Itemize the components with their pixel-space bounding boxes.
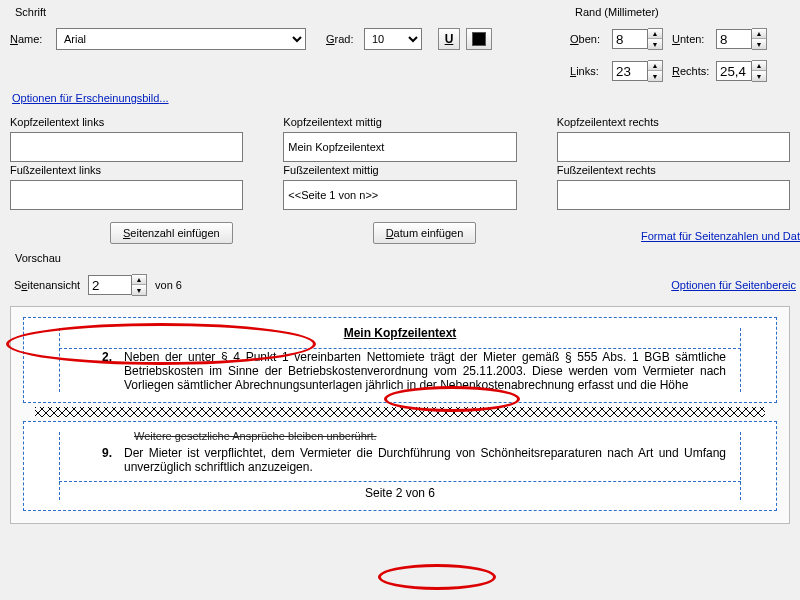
margin-left-spinner[interactable]: ▲▼ <box>612 60 672 82</box>
page-number-format-link[interactable]: Format für Seitenzahlen und Dat <box>641 230 800 242</box>
para-text: Neben der unter § 4 Punkt 1 vereinbarten… <box>124 350 726 392</box>
margin-top-label: Oben: <box>570 33 612 45</box>
margin-bottom-label: Unten: <box>672 33 716 45</box>
page-top-fragment: Mein Kopfzeilentext 2. Neben der unter §… <box>23 317 777 403</box>
footer-center-label: Fußzeilentext mittig <box>283 164 516 176</box>
footer-left-label: Fußzeilentext links <box>10 164 243 176</box>
margin-right-spinner[interactable]: ▲▼ <box>716 60 776 82</box>
footer-left-input[interactable] <box>10 180 243 210</box>
font-name-select[interactable]: Arial <box>56 28 306 50</box>
preview-footer-text: Seite 2 von 6 <box>54 480 746 500</box>
chevron-up-icon[interactable]: ▲ <box>648 29 662 39</box>
pageview-total: von 6 <box>155 279 182 291</box>
para-stub: Weitere gesetzliche Ansprüche bleiben un… <box>134 430 377 442</box>
color-swatch-icon <box>472 32 486 46</box>
font-size-select[interactable]: 10 <box>364 28 422 50</box>
pageview-label: Seitenansicht <box>14 279 80 291</box>
preview-header-text: Mein Kopfzeilentext <box>54 326 746 346</box>
footer-right-label: Fußzeilentext rechts <box>557 164 790 176</box>
pageview-spinner[interactable]: ▲▼ <box>88 274 147 296</box>
para-number: 9. <box>94 446 112 474</box>
para-text: Der Mieter ist verpflichtet, dem Vermiet… <box>124 446 726 474</box>
appearance-options-link[interactable]: Optionen für Erscheinungsbild... <box>12 92 169 104</box>
footer-right-input[interactable] <box>557 180 790 210</box>
margin-bottom-spinner[interactable]: ▲▼ <box>716 28 776 50</box>
annotation-ellipse <box>378 564 496 590</box>
header-center-label: Kopfzeilentext mittig <box>283 116 516 128</box>
footer-center-input[interactable] <box>283 180 516 210</box>
font-color-button[interactable] <box>466 28 492 50</box>
margin-right-label: Rechts: <box>672 65 716 77</box>
preview-group-label: Vorschau <box>12 252 64 264</box>
insert-page-number-button[interactable]: Seitenzahl einfügen <box>110 222 233 244</box>
para-number: 2. <box>94 350 112 392</box>
header-center-input[interactable] <box>283 132 516 162</box>
header-right-label: Kopfzeilentext rechts <box>557 116 790 128</box>
chevron-down-icon[interactable]: ▼ <box>648 39 662 49</box>
margin-group-label: Rand (Millimeter) <box>572 6 662 18</box>
underline-button[interactable]: U <box>438 28 460 50</box>
page-range-options-link[interactable]: Optionen für Seitenbereic <box>671 279 796 291</box>
margin-left-label: Links: <box>570 65 612 77</box>
font-name-label: Name: <box>10 33 50 45</box>
margin-top-spinner[interactable]: ▲▼ <box>612 28 672 50</box>
tear-icon <box>35 407 765 417</box>
margin-group: Rand (Millimeter) Oben: ▲▼ Unten: ▲▼ Lin… <box>570 6 790 82</box>
header-right-input[interactable] <box>557 132 790 162</box>
page-bottom-fragment: Weitere gesetzliche Ansprüche bleiben un… <box>23 421 777 511</box>
header-footer-grid: Kopfzeilentext links Kopfzeilentext mitt… <box>10 110 790 210</box>
font-group-label: Schrift <box>12 6 49 18</box>
header-left-label: Kopfzeilentext links <box>10 116 243 128</box>
preview-area: Mein Kopfzeilentext 2. Neben der unter §… <box>10 306 790 524</box>
font-group: Schrift Name: Arial Grad: 10 U <box>10 6 560 82</box>
header-left-input[interactable] <box>10 132 243 162</box>
insert-date-button[interactable]: Datum einfügen <box>373 222 477 244</box>
preview-group: Vorschau Seitenansicht ▲▼ von 6 Optionen… <box>10 252 790 524</box>
font-size-label: Grad: <box>326 33 358 45</box>
